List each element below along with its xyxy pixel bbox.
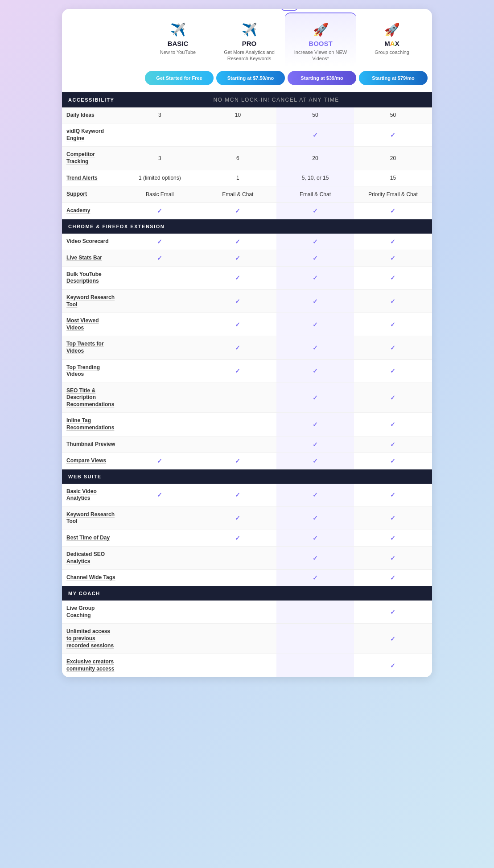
empty-cell — [120, 547, 199, 570]
value-cell: 5, 10, or 15 — [276, 170, 354, 186]
check-cell: ✓ — [276, 506, 354, 530]
section-label: ACCESSIBILITY — [62, 92, 120, 107]
feature-name: Basic Video Analytics — [62, 484, 120, 507]
check-cell: ✓ — [199, 202, 277, 219]
plans-grid: ✈️BASICNew to YouTube✈️PROGet More Analy… — [66, 13, 428, 66]
empty-cell — [276, 654, 354, 677]
checkmark-icon: ✓ — [390, 514, 395, 522]
checkmark-icon: ✓ — [313, 298, 318, 305]
check-cell: ✓ — [199, 234, 277, 250]
empty-cell — [120, 123, 199, 147]
plan-name-basic: BASIC — [146, 40, 210, 47]
feature-name: Academy — [62, 202, 120, 219]
checkmark-icon: ✓ — [235, 207, 240, 214]
check-cell: ✓ — [276, 289, 354, 313]
table-row: Top Trending Videos✓✓✓ — [62, 359, 432, 383]
table-row: Video Scorecard✓✓✓✓ — [62, 234, 432, 250]
check-cell: ✓ — [276, 383, 354, 413]
check-cell: ✓ — [276, 547, 354, 570]
empty-cell — [276, 624, 354, 654]
checkmark-icon: ✓ — [235, 298, 240, 305]
check-cell: ✓ — [276, 234, 354, 250]
btn-basic[interactable]: Get Started for Free — [145, 71, 214, 85]
empty-cell — [120, 530, 199, 547]
empty-cell — [120, 436, 199, 453]
check-cell: ✓ — [120, 484, 199, 507]
feature-name: Channel Wide Tags — [62, 570, 120, 586]
checkmark-icon: ✓ — [235, 344, 240, 351]
plan-desc-pro: Get More Analytics and Research Keywords — [217, 49, 281, 62]
feature-name: Trend Alerts — [62, 170, 120, 186]
check-cell: ✓ — [276, 266, 354, 289]
section-header-my-coach: MY COACH — [62, 586, 432, 601]
checkmark-icon: ✓ — [390, 321, 395, 328]
section-label: WEB SUITE — [62, 469, 432, 484]
feature-name: Best Time of Day — [62, 530, 120, 547]
check-cell: ✓ — [276, 359, 354, 383]
section-header-accessibility: ACCESSIBILITYNo MCN lock-in! Cancel at a… — [62, 92, 432, 107]
empty-cell — [120, 266, 199, 289]
plans-header: ✈️BASICNew to YouTube✈️PROGet More Analy… — [62, 9, 432, 66]
empty-cell — [199, 383, 277, 413]
feature-name: Unlimited access to previous recorded se… — [62, 624, 120, 654]
plan-col-pro: ✈️PROGet More Analytics and Research Key… — [214, 13, 285, 66]
checkmark-icon: ✓ — [313, 491, 318, 498]
pro-icon: ✈️ — [217, 22, 281, 37]
empty-cell — [199, 601, 277, 624]
btn-max[interactable]: Starting at $79/mo — [359, 71, 428, 85]
check-cell: ✓ — [354, 601, 432, 624]
checkmark-icon: ✓ — [235, 255, 240, 262]
btn-boost[interactable]: Starting at $39/mo — [288, 71, 356, 85]
btn-pro[interactable]: Starting at $7.50/mo — [216, 71, 285, 85]
check-cell: ✓ — [354, 570, 432, 586]
table-row: Top Tweets for Videos✓✓✓ — [62, 336, 432, 359]
check-cell: ✓ — [276, 453, 354, 469]
table-row: Bulk YouTube Descriptions✓✓✓ — [62, 266, 432, 289]
checkmark-icon: ✓ — [313, 238, 318, 245]
checkmark-icon: ✓ — [390, 344, 395, 351]
plan-col-basic: ✈️BASICNew to YouTube — [142, 13, 214, 66]
button-row: Get Started for FreeStarting at $7.50/mo… — [62, 66, 432, 92]
boost-icon: 🚀 — [288, 22, 353, 37]
empty-cell — [276, 601, 354, 624]
checkmark-icon: ✓ — [390, 207, 395, 214]
checkmark-icon: ✓ — [390, 491, 395, 498]
check-cell: ✓ — [354, 202, 432, 219]
checkmark-icon: ✓ — [157, 491, 162, 498]
plan-desc-max: Group coaching — [360, 49, 424, 55]
check-cell: ✓ — [199, 336, 277, 359]
value-cell: Email & Chat — [276, 186, 354, 203]
checkmark-icon: ✓ — [390, 555, 395, 562]
table-row: Keyword Research Tool✓✓✓ — [62, 289, 432, 313]
checkmark-icon: ✓ — [313, 207, 318, 214]
check-cell: ✓ — [354, 289, 432, 313]
value-cell: 3 — [120, 107, 199, 123]
checkmark-icon: ✓ — [235, 535, 240, 542]
checkmark-icon: ✓ — [390, 255, 395, 262]
check-cell: ✓ — [199, 266, 277, 289]
check-cell: ✓ — [354, 484, 432, 507]
recommended-badge — [281, 9, 297, 11]
feature-name: Keyword Research Tool — [62, 289, 120, 313]
empty-cell — [199, 547, 277, 570]
check-cell: ✓ — [120, 234, 199, 250]
plan-name-max: MAX — [360, 40, 424, 47]
check-cell: ✓ — [354, 123, 432, 147]
value-cell: Priority Email & Chat — [354, 186, 432, 203]
check-cell: ✓ — [199, 313, 277, 336]
empty-cell — [199, 123, 277, 147]
section-label: MY COACH — [62, 586, 432, 601]
checkmark-icon: ✓ — [313, 574, 318, 581]
feature-name: Live Group Coaching — [62, 601, 120, 624]
feature-name: Live Stats Bar — [62, 250, 120, 266]
check-cell: ✓ — [354, 383, 432, 413]
check-cell: ✓ — [354, 359, 432, 383]
feature-name: Exclusive creators community access — [62, 654, 120, 677]
checkmark-icon: ✓ — [390, 441, 395, 448]
empty-cell — [120, 654, 199, 677]
table-row: vidIQ Keyword Engine✓✓ — [62, 123, 432, 147]
value-cell: 20 — [354, 147, 432, 170]
check-cell: ✓ — [354, 336, 432, 359]
table-row: Daily Ideas3105050 — [62, 107, 432, 123]
plan-desc-boost: Increase Views on NEW Videos* — [288, 49, 353, 62]
